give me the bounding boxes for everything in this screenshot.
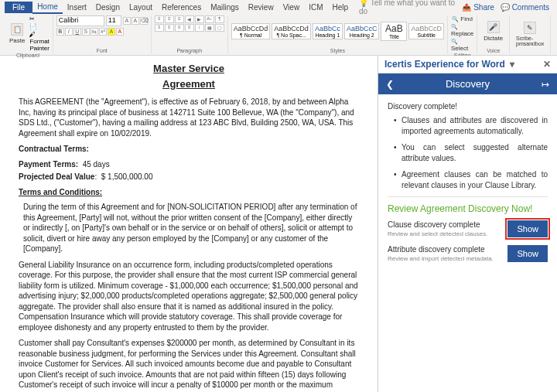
font-size-select[interactable]: 11 [106,15,121,26]
grow-font-icon[interactable]: A [123,17,131,25]
group-clipboard: 📋 Paste ✂ 📄 🖌 Format Painter Clipboard [3,15,53,53]
sort-button[interactable]: A↓ [205,15,214,23]
pane-header: Icertis Experience for Word ▾ ✕ [378,56,557,73]
bullet-2: You can select suggested alternate attri… [394,142,548,163]
font-color-button[interactable]: A [116,28,124,36]
show-marks-button[interactable]: ¶ [215,15,224,23]
style-heading2[interactable]: AaBbCcCHeading 2 [344,23,380,39]
group-icertis: ∞Icertis Experience for Word [551,15,557,53]
ribbon: 📋 Paste ✂ 📄 🖌 Format Painter Clipboard C… [0,14,557,56]
close-icon[interactable]: ✕ [540,59,551,70]
tab-home[interactable]: Home [32,1,63,14]
bold-button[interactable]: B [56,28,64,36]
tab-insert[interactable]: Insert [63,2,91,13]
pane-nav-title: Discovery [395,78,540,90]
task-pane: Icertis Experience for Word ▾ ✕ ❮ Discov… [378,56,557,392]
group-paragraph: ≡≡≡ ◀▶ A↓¶ ≡≡≡≡ ↕▦▢ Paragraph [152,15,228,53]
group-label-paragraph: Paragraph [155,47,224,53]
pane-nav: ❮ Discovery ↦ [378,73,557,94]
subscript-button[interactable]: x₂ [91,28,98,36]
mic-icon: 🎤 [487,21,500,33]
nav-exit-icon[interactable]: ↦ [540,79,551,90]
style-title[interactable]: AaBTitle [381,22,407,41]
icertis-button[interactable]: ∞Icertis Experience for Word [554,18,557,51]
pane-body: Discovery complete! Clauses and attribut… [378,94,557,392]
highlight-button[interactable]: A [108,28,115,36]
tab-review[interactable]: Review [244,2,278,13]
tab-mailings[interactable]: Mailings [206,2,244,13]
show-attributes-button[interactable]: Show [507,245,548,262]
cut-button[interactable]: ✂ [29,15,49,22]
main-area: Master Service Agreement This AGREEMENT … [0,56,557,392]
review-row-clause: Clause discovery complete Review and sel… [388,220,548,237]
menu-bar: File Home Insert Design Layout Reference… [0,0,557,14]
format-painter-label: Format Painter [29,38,49,52]
numbering-button[interactable]: ≡ [165,15,174,23]
tab-icm[interactable]: ICM [304,2,327,13]
doc-p2: General Liability Insurance on an occurr… [19,260,359,333]
justify-button[interactable]: ≡ [185,24,194,32]
shrink-font-icon[interactable]: A [132,17,139,25]
clear-format-icon[interactable]: ⌫ [140,17,148,25]
tell-me-label: Tell me what you want to do [359,0,455,15]
italic-button[interactable]: I [65,28,73,36]
select-button[interactable]: Select [451,38,473,52]
comments-label: Comments [512,3,549,12]
dictate-label: Dictate [484,35,503,42]
replace-button[interactable]: Replace [451,23,473,37]
share-button[interactable]: 📤 Share [459,3,497,12]
bullet-1: Clauses and attributes are discovered in… [394,115,548,136]
doc-title-1: Master Service [19,62,359,76]
tab-help[interactable]: Help [327,2,353,13]
superscript-button[interactable]: x² [99,28,107,36]
find-button[interactable]: Find [452,15,473,22]
group-voice: 🎤Dictate Voice [477,15,510,53]
dec-indent-button[interactable]: ◀ [185,15,194,23]
paste-button[interactable]: 📋 Paste [6,22,28,46]
group-font: Calibri 11 AA⌫ B I U S x₂ x² A A Font [53,15,152,53]
group-styles: AaBbCcDd¶ Normal AaBbCcDd¶ No Spac... Aa… [228,15,448,53]
align-center-button[interactable]: ≡ [165,24,174,32]
style-subtitle[interactable]: AaBbCcDSubtitle [408,23,444,39]
style-normal[interactable]: AaBbCcDd¶ Normal [231,23,271,39]
group-label-voice: Voice [480,47,506,53]
multilevel-button[interactable]: ≡ [175,15,184,23]
tab-file[interactable]: File [5,2,32,13]
tab-references[interactable]: References [157,2,206,13]
tab-layout[interactable]: Layout [125,2,157,13]
format-painter-button[interactable]: 🖌 Format Painter [29,31,49,52]
copy-button[interactable]: 📄 [29,23,49,30]
comments-button[interactable]: 💬 Comments [497,3,552,12]
tab-design[interactable]: Design [91,2,125,13]
document-body[interactable]: Master Service Agreement This AGREEMENT … [0,56,378,392]
shading-button[interactable]: ▦ [205,24,214,32]
underline-button[interactable]: U [73,28,81,36]
borders-button[interactable]: ▢ [215,24,224,32]
pin-icon[interactable]: ▾ [505,59,514,70]
strike-button[interactable]: S [82,28,90,36]
scribe-label: Scribe-pmsandbox [516,36,544,46]
font-name-select[interactable]: Calibri [56,15,104,26]
tell-me-input[interactable]: 💡 Tell me what you want to do [359,0,459,15]
align-left-button[interactable]: ≡ [155,24,164,32]
inc-indent-button[interactable]: ▶ [195,15,204,23]
deal-value: Projected Deal Value: $ 1,500,000.00 [19,172,359,182]
scribe-button[interactable]: ✎Scribe-pmsandbox [513,20,547,48]
line-spacing-button[interactable]: ↕ [195,24,204,32]
doc-p3: Customer shall pay Consultant's expenses… [19,338,359,392]
align-right-button[interactable]: ≡ [175,24,184,32]
style-nospacing[interactable]: AaBbCcDd¶ No Spac... [272,23,311,39]
group-label-scribe [513,53,547,53]
nav-back-icon[interactable]: ❮ [384,79,395,90]
clause-text: Clause discovery complete [388,220,503,229]
bullet-3: Agreement clauses can be matched to rele… [394,169,548,190]
tab-view[interactable]: View [278,2,305,13]
group-label-font: Font [56,47,148,53]
bullets-button[interactable]: ≡ [155,15,164,23]
dictate-button[interactable]: 🎤Dictate [480,19,506,43]
style-heading1[interactable]: AaBbCcHeading 1 [313,23,343,39]
group-label-styles: Styles [231,47,444,53]
doc-intro: This AGREEMENT (the "Agreement"), is eff… [19,97,359,138]
show-clauses-button[interactable]: Show [507,220,548,237]
pane-title: Icertis Experience for Word [384,59,505,70]
